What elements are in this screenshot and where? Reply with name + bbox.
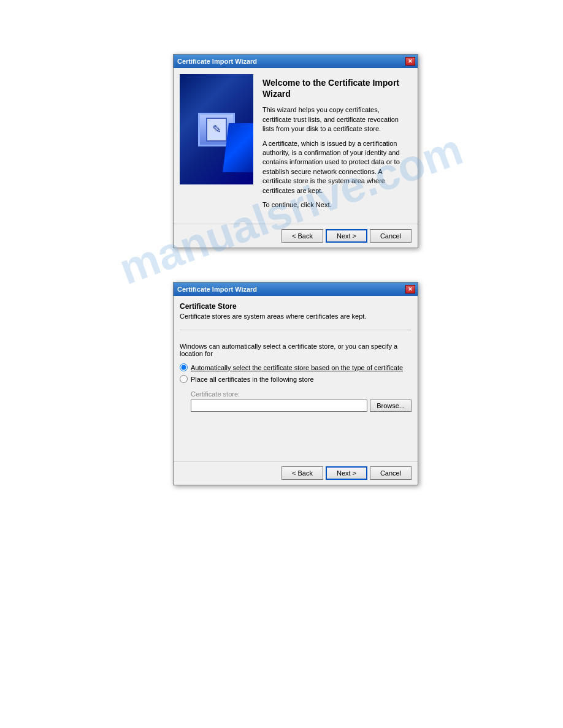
- dialog1-footer: < Back Next > Cancel: [174, 224, 418, 248]
- dialog2-title: Certificate Import Wizard: [177, 286, 257, 293]
- dialog1-para1: This wizard helps you copy certificates,…: [262, 105, 408, 134]
- dialog2-cancel-button[interactable]: Cancel: [370, 466, 412, 480]
- dialog1-cancel-button[interactable]: Cancel: [370, 229, 412, 243]
- dialog1-body: Welcome to the Certificate Import Wizard…: [174, 68, 418, 224]
- dialog2-info-text: Windows can automatically select a certi…: [180, 343, 412, 357]
- dialog1-content: Welcome to the Certificate Import Wizard…: [174, 68, 418, 248]
- radio-group: Automatically select the certificate sto…: [180, 363, 412, 383]
- dialog2-footer: < Back Next > Cancel: [174, 461, 418, 485]
- dialog1-para2: A certificate, which is issued by a cert…: [262, 139, 408, 195]
- dialog1-titlebar: Certificate Import Wizard ✕: [174, 55, 418, 68]
- radio2-label[interactable]: Place all certificates in the following …: [180, 375, 412, 383]
- dialog1-next-button[interactable]: Next >: [326, 229, 367, 243]
- dialog1-welcome: Certificate Import Wizard ✕ Welcome to t…: [173, 54, 418, 248]
- dialog1-close-button[interactable]: ✕: [405, 57, 415, 66]
- radio1-label[interactable]: Automatically select the certificate sto…: [180, 363, 412, 371]
- radio1-text: Automatically select the certificate sto…: [191, 364, 403, 371]
- dialog2-next-button[interactable]: Next >: [326, 466, 367, 480]
- dialog1-para3: To continue, click Next.: [262, 200, 408, 210]
- cert-store-row: Browse...: [191, 400, 412, 412]
- dialog2-content: Windows can automatically select a certi…: [174, 336, 418, 424]
- cert-store-field-label: Certificate store:: [191, 390, 412, 398]
- dialog1-main-title: Welcome to the Certificate Import Wizard: [262, 77, 408, 99]
- dialog1-text-area: Welcome to the Certificate Import Wizard…: [259, 74, 412, 218]
- dialog2-header-section: Certificate Store Certificate stores are…: [174, 296, 418, 320]
- dialog1-title: Certificate Import Wizard: [177, 58, 257, 65]
- dialog2-back-button[interactable]: < Back: [282, 466, 323, 480]
- radio2-manual[interactable]: [180, 375, 188, 383]
- dialog2-section-title: Certificate Store: [180, 302, 412, 311]
- dialog2-section-subtitle: Certificate stores are system areas wher…: [180, 313, 412, 320]
- browse-button[interactable]: Browse...: [370, 400, 412, 412]
- dialog2-close-button[interactable]: ✕: [405, 285, 415, 294]
- dialog2-titlebar: Certificate Import Wizard ✕: [174, 282, 418, 296]
- cert-store-input[interactable]: [191, 400, 367, 412]
- radio1-auto[interactable]: [180, 363, 188, 371]
- dialog1-banner-image: [180, 74, 253, 184]
- dialog2-divider: [180, 330, 412, 330]
- dialog1-back-button[interactable]: < Back: [282, 229, 323, 243]
- dialog2-certstore: Certificate Import Wizard ✕ Certificate …: [173, 282, 418, 485]
- radio2-text: Place all certificates in the following …: [191, 376, 314, 383]
